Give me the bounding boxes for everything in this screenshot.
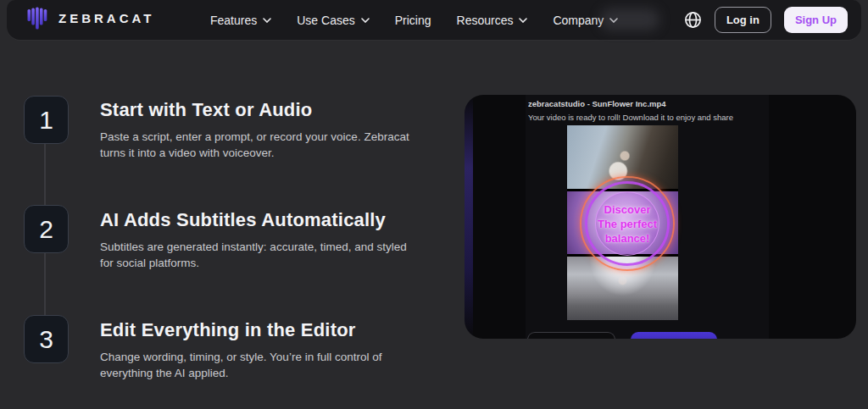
step-number: 1 — [39, 106, 53, 135]
globe-icon[interactable] — [684, 11, 702, 29]
video-status-message: Your video is ready to roll! Download it… — [528, 113, 733, 122]
step-description: Paste a script, enter a prompt, or recor… — [100, 129, 415, 161]
step-title: Edit Everything in the Editor — [100, 319, 422, 341]
step-3: Edit Everything in the Editor Change wor… — [100, 319, 422, 381]
step-title: AI Adds Subtitles Automatically — [100, 209, 422, 231]
step-description: Subtitles are generated instantly: accur… — [100, 239, 415, 271]
login-button[interactable]: Log in — [715, 7, 771, 33]
step-2-badge: 2 — [24, 205, 69, 253]
step-2: AI Adds Subtitles Automatically Subtitle… — [100, 209, 422, 271]
neon-circle-overlay: Discover The perfect balance! — [580, 176, 675, 271]
overlay-text-line: Discover — [604, 202, 651, 217]
nav-item-resources[interactable]: Resources — [457, 14, 528, 27]
step-3-badge: 3 — [24, 315, 69, 363]
blurred-nav-element — [600, 8, 659, 30]
app-preview-panel: zebracatstudio - SunFlower Inc.mp4 Your … — [465, 95, 856, 339]
step-number: 3 — [39, 325, 53, 354]
overlay-text-line: The perfect — [598, 217, 657, 231]
steps-section: 1 Start with Text or Audio Paste a scrip… — [0, 0, 458, 409]
chevron-down-icon — [519, 18, 527, 23]
step-number: 2 — [39, 215, 53, 244]
nav-item-label: Resources — [457, 14, 514, 27]
nav-item-label: Company — [553, 14, 604, 27]
step-description: Change wording, timing, or style. You’re… — [100, 349, 415, 381]
step-title: Start with Text or Audio — [100, 99, 422, 121]
page: ZEBRACAT Features Use Cases Pricing Reso… — [0, 0, 868, 409]
step-1: Start with Text or Audio Paste a script,… — [100, 99, 422, 161]
step-1-badge: 1 — [24, 96, 69, 144]
neon-ring-inner: Discover The perfect balance! — [595, 191, 659, 256]
modal-secondary-button-clipped[interactable] — [527, 332, 615, 339]
video-file-title: zebracatstudio - SunFlower Inc.mp4 — [528, 99, 666, 108]
overlay-text-line: balance! — [605, 231, 650, 246]
modal-download-button-clipped[interactable] — [631, 332, 717, 339]
nav-actions: Log in Sign Up — [684, 7, 848, 33]
neon-ring-purple: Discover The perfect balance! — [585, 181, 670, 266]
signup-button[interactable]: Sign Up — [784, 7, 848, 33]
